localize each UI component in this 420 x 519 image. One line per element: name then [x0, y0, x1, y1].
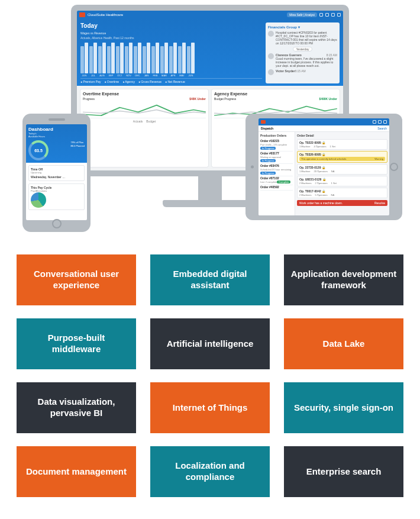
- op-meta: 2 Machines: [299, 182, 311, 185]
- op-id: Op. 22735-0129 🔒: [299, 166, 325, 169]
- op-meta: 4 Operators: [314, 145, 326, 148]
- search-link[interactable]: Search: [377, 127, 387, 130]
- feature-tile[interactable]: Document management: [17, 446, 136, 497]
- op-meta: 2 Machines: [299, 194, 311, 196]
- feed-title[interactable]: Financials Group ▾: [268, 25, 337, 29]
- order-number: Order #10223: [260, 139, 293, 143]
- feed-date-chip: Yesterday: [293, 47, 312, 51]
- bookmark-icon[interactable]: [373, 120, 376, 124]
- order-item[interactable]: Order #03476Scheduled 37 hour remainingI…: [260, 164, 293, 176]
- tablet-screen: Dispatch Search Production Orders Order …: [259, 118, 389, 215]
- feed-body: Good morning team, I've discovered a sli…: [276, 57, 333, 67]
- bar: [107, 46, 111, 73]
- bar: [191, 43, 195, 73]
- list-item: Wednesday, November …: [31, 175, 82, 179]
- axis-label: NOV: [126, 74, 131, 77]
- op-meta: 2 Operators: [315, 182, 327, 185]
- feature-tile[interactable]: Localization and compliance: [150, 446, 270, 497]
- operation-row[interactable]: Op. 22735-0129 🔒1 Machine20 OperatorsNA: [297, 164, 387, 175]
- user-icon[interactable]: [325, 13, 329, 17]
- feed-item: Clarence Guerrero 8:15 AM Good morning t…: [268, 53, 337, 67]
- menu-icon[interactable]: [337, 13, 341, 17]
- alert-action[interactable]: Resolve: [374, 201, 385, 205]
- order-number: Order #03476: [260, 164, 293, 167]
- warning-bar: This operation is currently behind sched…: [299, 157, 385, 161]
- phone-header: Dashboard Today's Available Hours 63.5 7…: [26, 124, 87, 163]
- feed-text: Clarence Guerrero 8:15 AM Good morning t…: [276, 53, 337, 67]
- bar: [116, 46, 119, 73]
- order-item[interactable]: Order #10223Part shells - 2/3 completeIn…: [260, 139, 293, 151]
- app-logo: [79, 12, 85, 17]
- card-legend: Actuals Budget: [83, 120, 206, 123]
- alert-text: Work order has a machine down.: [299, 201, 343, 205]
- order-item[interactable]: Order #07102Line 2 completeComplete: [260, 176, 293, 185]
- feature-tile[interactable]: Enterprise search: [284, 446, 403, 497]
- timeoff-card[interactable]: Time Off Upcoming Wednesday, November …: [28, 165, 85, 181]
- topbar-right: Mina Safir | Analyst: [287, 12, 341, 17]
- op-meta: 1 Machine: [299, 170, 310, 173]
- tablet-title: Dispatch: [261, 127, 273, 130]
- bar-group: FEB: [151, 43, 159, 77]
- op-meta: NA: [331, 194, 335, 196]
- feature-tile[interactable]: Artificial intelligence: [150, 318, 270, 369]
- panel-title: Production Orders: [260, 134, 293, 137]
- hours-donut: 63.5: [28, 140, 49, 160]
- card-value: $48K Under: [189, 97, 206, 101]
- hero-panel: Today Wages vs Revenue Actuals, Albertus…: [77, 19, 343, 86]
- feed-text: Victor Snyder 8:15 AM: [276, 69, 306, 75]
- bar-group: AUG: [98, 43, 106, 77]
- bar: [102, 43, 106, 73]
- share-icon[interactable]: [378, 120, 382, 124]
- paycycle-card[interactable]: This Pay Cycle Pay Allocations: [28, 183, 85, 210]
- menu-icon[interactable]: [383, 120, 387, 124]
- operation-row[interactable]: Op. T0017-0042 🔒2 Machines5 OperatorsNA: [297, 188, 387, 198]
- feature-tile[interactable]: Purpose-built middleware: [17, 318, 136, 369]
- order-item[interactable]: Order #40592: [260, 185, 293, 191]
- bar: [89, 46, 93, 73]
- operation-row[interactable]: Op. U9221-0129 🔒2 Machines2 Operators1 S…: [297, 176, 387, 186]
- bar-group: JUL: [89, 43, 97, 77]
- bar: [129, 43, 133, 73]
- bar-group: MAR: [160, 43, 168, 77]
- kpi-item: 80.5 Planned: [70, 144, 85, 148]
- order-sub: Line 2 complete: [260, 180, 277, 183]
- feature-tile[interactable]: Data visualization, pervasive BI: [17, 382, 136, 433]
- share-icon[interactable]: [331, 13, 335, 17]
- feature-tile[interactable]: Data Lake: [284, 318, 403, 369]
- bar: [182, 43, 186, 73]
- user-pill[interactable]: Mina Safir | Analyst: [287, 12, 317, 17]
- axis-label: JAN: [144, 74, 149, 77]
- bar: [160, 46, 164, 73]
- bookmark-icon[interactable]: [319, 13, 323, 17]
- app-title: CloudSuite Healthcare: [88, 13, 123, 17]
- card-overtime[interactable]: Overtime Expense Progress $48K Under: [80, 89, 208, 167]
- feature-tile[interactable]: Internet of Things: [150, 382, 270, 433]
- order-item[interactable]: Order #03177Waiting on approvalIn Progre…: [260, 151, 293, 164]
- feature-tile[interactable]: Security, single sign-on: [284, 382, 403, 433]
- status-badge: In Progress: [260, 147, 276, 150]
- order-sub: Waiting on approval: [260, 156, 281, 159]
- bar-group: APR: [169, 43, 177, 77]
- feature-tile[interactable]: Application development framework: [284, 254, 403, 305]
- legend-item: ● Gross Revenue: [138, 80, 161, 83]
- op-meta: 1 Machine: [299, 145, 310, 148]
- feed-user: Victor Snyder: [276, 69, 295, 73]
- operation-row[interactable]: Op. T0222-0095 🔒1 Machine4 Operators1 Se…: [297, 139, 387, 150]
- page-title: Today: [80, 22, 262, 29]
- phone-body: Time Off Upcoming Wednesday, November … …: [26, 163, 87, 220]
- panel-title: Order Detail: [297, 134, 387, 137]
- feature-tile[interactable]: Conversational user experience: [17, 254, 136, 305]
- bar: [173, 43, 177, 73]
- bar: [98, 46, 102, 73]
- axis-label: JUN: [82, 74, 87, 77]
- op-meta: 1 Set: [330, 145, 335, 148]
- avatar: [268, 53, 274, 59]
- bar: [85, 43, 88, 73]
- phone-kpis: 79% of Plan 80.5 Planned: [70, 141, 85, 147]
- bar-group: JUN: [187, 43, 195, 77]
- op-meta: 5 Operators: [315, 194, 327, 196]
- feature-tile[interactable]: Embedded digital assistant: [150, 254, 270, 305]
- op-meta: NA: [331, 170, 335, 173]
- operation-row[interactable]: Op. T0326-0095 🔒This operation is curren…: [297, 151, 387, 163]
- feed-item: Victor Snyder 8:15 AM: [268, 69, 337, 75]
